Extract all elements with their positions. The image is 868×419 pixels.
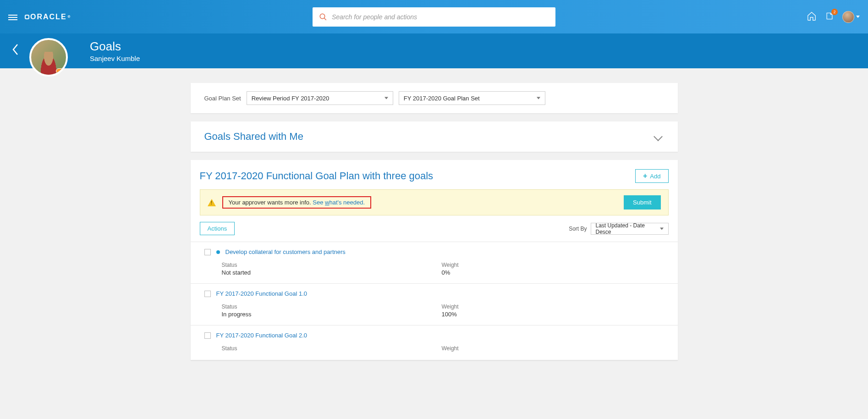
goal-checkbox[interactable] bbox=[204, 332, 211, 339]
submit-button[interactable]: Submit bbox=[624, 195, 660, 210]
goal-item: FY 2017-2020 Functional Goal 1.0StatusIn… bbox=[191, 284, 678, 325]
sortby-label: Sort By bbox=[569, 226, 587, 232]
goals-shared-title[interactable]: Goals Shared with Me bbox=[204, 131, 303, 143]
goal-item: Develop collateral for customers and par… bbox=[191, 242, 678, 284]
goal-name-link[interactable]: FY 2017-2020 Functional Goal 1.0 bbox=[216, 290, 308, 297]
notif-badge: 2 bbox=[831, 9, 838, 15]
goal-list: Develop collateral for customers and par… bbox=[191, 242, 678, 360]
status-value: Not started bbox=[222, 269, 391, 276]
status-value: In progress bbox=[222, 311, 391, 318]
employee-avatar[interactable] bbox=[29, 38, 68, 77]
user-menu[interactable] bbox=[842, 11, 860, 23]
weight-label: Weight bbox=[442, 262, 459, 268]
avatar-status-badge bbox=[56, 68, 65, 74]
plan-set-value: FY 2017-2020 Goal Plan Set bbox=[404, 95, 480, 102]
goal-plan-set-label: Goal Plan Set bbox=[204, 95, 241, 102]
employee-name: Sanjeev Kumble bbox=[90, 55, 140, 62]
warning-icon bbox=[208, 199, 216, 206]
goal-item: FY 2017-2020 Functional Goal 2.0StatusWe… bbox=[191, 325, 678, 360]
review-period-value: Review Period FY 2017-2020 bbox=[252, 95, 330, 102]
see-whats-needed-link[interactable]: See what's needed. bbox=[313, 199, 365, 206]
chevron-down-icon bbox=[856, 16, 860, 18]
weight-value: 100% bbox=[442, 311, 459, 318]
goal-checkbox[interactable] bbox=[204, 249, 211, 255]
brand-text: ORACLE bbox=[30, 13, 67, 21]
alert-text: Your approver wants more info. bbox=[229, 199, 311, 206]
alert-message-box: Your approver wants more info. See what'… bbox=[222, 196, 372, 209]
expand-icon[interactable] bbox=[654, 132, 663, 141]
weight-value: 0% bbox=[442, 269, 459, 276]
status-label: Status bbox=[222, 345, 391, 352]
sortby-select[interactable]: Last Updated - Date Desce bbox=[591, 223, 669, 235]
add-goal-button[interactable]: + Add bbox=[635, 169, 668, 183]
page-title: Goals bbox=[90, 39, 140, 54]
goal-checkbox[interactable] bbox=[204, 291, 211, 297]
goal-plan-set-select[interactable]: FY 2017-2020 Goal Plan Set bbox=[399, 91, 545, 105]
home-icon[interactable] bbox=[807, 11, 817, 22]
svg-point-0 bbox=[320, 14, 325, 19]
goals-shared-panel: Goals Shared with Me bbox=[191, 121, 678, 152]
global-header: ORACLE® 2 bbox=[0, 0, 868, 33]
add-label: Add bbox=[650, 173, 660, 180]
status-dot-icon bbox=[216, 250, 220, 254]
weight-label: Weight bbox=[442, 345, 459, 352]
goal-plan-panel: FY 2017-2020 Functional Goal Plan with t… bbox=[191, 160, 678, 360]
goal-plan-title[interactable]: FY 2017-2020 Functional Goal Plan with t… bbox=[200, 170, 434, 182]
sortby-value: Last Updated - Date Desce bbox=[596, 222, 654, 235]
page-header: Goals Sanjeev Kumble bbox=[0, 33, 868, 68]
back-button[interactable] bbox=[5, 40, 26, 62]
status-label: Status bbox=[222, 303, 391, 310]
plus-icon: + bbox=[643, 172, 647, 180]
menu-icon[interactable] bbox=[8, 13, 17, 21]
search-input[interactable] bbox=[332, 13, 549, 21]
notifications-icon[interactable]: 2 bbox=[825, 11, 834, 22]
review-period-select[interactable]: Review Period FY 2017-2020 bbox=[247, 91, 393, 105]
goal-plan-filters: Goal Plan Set Review Period FY 2017-2020… bbox=[191, 83, 678, 113]
weight-label: Weight bbox=[442, 303, 459, 310]
search-icon bbox=[319, 13, 327, 21]
status-label: Status bbox=[222, 262, 391, 268]
svg-line-1 bbox=[324, 18, 326, 20]
goal-name-link[interactable]: FY 2017-2020 Functional Goal 2.0 bbox=[216, 332, 308, 339]
actions-button[interactable]: Actions bbox=[200, 222, 235, 235]
approval-info-alert: Your approver wants more info. See what'… bbox=[200, 189, 669, 215]
avatar-icon bbox=[842, 11, 854, 23]
goal-name-link[interactable]: Develop collateral for customers and par… bbox=[225, 248, 346, 255]
global-search[interactable] bbox=[313, 7, 555, 27]
oracle-logo[interactable]: ORACLE® bbox=[25, 13, 71, 21]
